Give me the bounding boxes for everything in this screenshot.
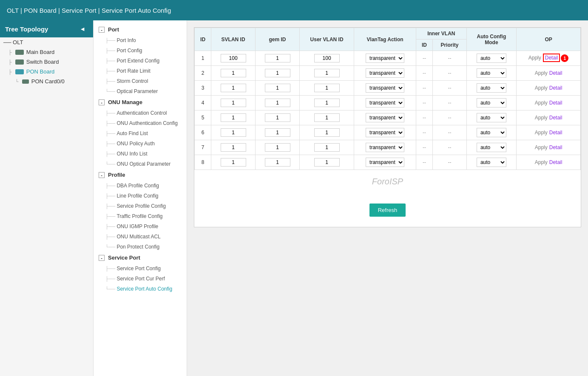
tree-item-switch-board[interactable]: ├ Switch Board <box>0 57 93 67</box>
tree-item-pon-board[interactable]: ├ PON Board <box>0 67 93 76</box>
select-vlantag-1[interactable]: transparenttranslateadddelete <box>366 54 404 63</box>
cell-mode-3[interactable]: automanual <box>466 81 516 96</box>
profile-section-toggle[interactable]: - <box>99 172 105 178</box>
cell-mode-5[interactable]: automanual <box>466 110 516 125</box>
input-gem-6[interactable] <box>265 128 290 137</box>
cell-svlan-3[interactable] <box>211 81 256 96</box>
input-svlan-5[interactable] <box>221 113 246 122</box>
apply-link-6[interactable]: Apply <box>535 130 548 136</box>
input-gem-7[interactable] <box>265 143 290 152</box>
input-uservlan-6[interactable] <box>314 128 340 137</box>
detail-link-3[interactable]: Detail <box>549 85 562 91</box>
detail-link-2[interactable]: Detail <box>549 70 562 76</box>
input-svlan-6[interactable] <box>221 128 246 137</box>
apply-link-4[interactable]: Apply <box>535 100 548 106</box>
nav-item-line-profile[interactable]: Line Profile Config <box>94 191 187 201</box>
nav-item-pon-protect[interactable]: Pon Protect Config <box>94 242 187 252</box>
cell-vlantag-3[interactable]: transparenttranslateadddelete <box>354 81 416 96</box>
input-uservlan-1[interactable] <box>314 54 340 62</box>
cell-svlan-7[interactable] <box>211 140 256 155</box>
input-uservlan-2[interactable] <box>314 69 340 77</box>
nav-item-onu-igmp-profile[interactable]: ONU IGMP Profile <box>94 221 187 232</box>
onu-section-toggle[interactable]: - <box>99 99 105 105</box>
cell-uservlan-7[interactable] <box>299 140 354 155</box>
select-mode-4[interactable]: automanual <box>477 98 506 107</box>
cell-uservlan-2[interactable] <box>299 66 354 81</box>
select-mode-8[interactable]: automanual <box>477 158 506 167</box>
select-mode-7[interactable]: automanual <box>477 143 506 152</box>
port-section-toggle[interactable]: - <box>99 27 105 33</box>
cell-gem-1[interactable] <box>256 51 300 66</box>
apply-link-5[interactable]: Apply <box>535 115 548 121</box>
input-uservlan-7[interactable] <box>314 143 340 152</box>
cell-vlantag-1[interactable]: transparenttranslateadddelete <box>354 51 416 66</box>
cell-svlan-8[interactable] <box>211 155 256 170</box>
cell-gem-5[interactable] <box>256 110 300 125</box>
select-mode-1[interactable]: automanual <box>477 54 506 63</box>
input-svlan-1[interactable] <box>221 54 246 62</box>
nav-item-storm-control[interactable]: Storm Control <box>94 76 187 86</box>
select-vlantag-7[interactable]: transparenttranslateadddelete <box>366 143 404 152</box>
apply-link-2[interactable]: Apply <box>535 70 548 76</box>
input-svlan-4[interactable] <box>221 99 246 107</box>
nav-item-port-info[interactable]: Port Info <box>94 35 187 45</box>
input-gem-3[interactable] <box>265 84 290 92</box>
input-svlan-8[interactable] <box>221 158 246 167</box>
input-uservlan-3[interactable] <box>314 84 340 92</box>
select-vlantag-6[interactable]: transparenttranslateadddelete <box>366 128 404 137</box>
nav-item-onu-policy-auth[interactable]: ONU Policy Auth <box>94 139 187 149</box>
nav-item-port-rate-limit[interactable]: Port Rate Limit <box>94 66 187 76</box>
nav-item-onu-auth-config[interactable]: ONU Authentication Config <box>94 118 187 128</box>
cell-svlan-2[interactable] <box>211 66 256 81</box>
tree-item-pon-card[interactable]: └ PON Card0/0 <box>0 76 93 86</box>
select-vlantag-3[interactable]: transparenttranslateadddelete <box>366 83 404 93</box>
select-mode-6[interactable]: automanual <box>477 128 506 137</box>
cell-svlan-1[interactable] <box>211 51 256 66</box>
apply-link-8[interactable]: Apply <box>535 159 548 165</box>
detail-link-8[interactable]: Detail <box>549 159 562 165</box>
apply-link-1[interactable]: Apply <box>528 55 541 61</box>
input-gem-1[interactable] <box>265 54 290 62</box>
select-vlantag-2[interactable]: transparenttranslateadddelete <box>366 68 404 78</box>
input-gem-4[interactable] <box>265 99 290 107</box>
cell-gem-8[interactable] <box>256 155 300 170</box>
apply-link-7[interactable]: Apply <box>535 144 548 150</box>
input-svlan-2[interactable] <box>221 69 246 77</box>
nav-item-service-port-auto-config[interactable]: Service Port Auto Config <box>94 284 187 294</box>
cell-mode-8[interactable]: automanual <box>466 155 516 170</box>
cell-uservlan-5[interactable] <box>299 110 354 125</box>
cell-uservlan-1[interactable] <box>299 51 354 66</box>
nav-item-port-extend-config[interactable]: Port Extend Config <box>94 56 187 66</box>
cell-vlantag-6[interactable]: transparenttranslateadddelete <box>354 125 416 140</box>
detail-link-4[interactable]: Detail <box>549 100 562 106</box>
cell-mode-6[interactable]: automanual <box>466 125 516 140</box>
apply-link-3[interactable]: Apply <box>535 85 548 91</box>
select-mode-2[interactable]: automanual <box>477 68 506 78</box>
sidebar-collapse-button[interactable]: ◄ <box>77 25 88 33</box>
cell-uservlan-6[interactable] <box>299 125 354 140</box>
nav-item-service-port-cur-perf[interactable]: Service Port Cur Perf <box>94 274 187 284</box>
cell-svlan-5[interactable] <box>211 110 256 125</box>
cell-gem-7[interactable] <box>256 140 300 155</box>
nav-item-onu-info-list[interactable]: ONU Info List <box>94 149 187 159</box>
cell-mode-2[interactable]: automanual <box>466 66 516 81</box>
nav-item-onu-optical-param[interactable]: ONU Optical Parameter <box>94 159 187 169</box>
nav-item-traffic-profile[interactable]: Traffic Profile Config <box>94 211 187 221</box>
select-mode-3[interactable]: automanual <box>477 83 506 93</box>
cell-vlantag-4[interactable]: transparenttranslateadddelete <box>354 96 416 110</box>
select-mode-5[interactable]: automanual <box>477 113 506 122</box>
input-gem-5[interactable] <box>265 113 290 122</box>
tree-item-main-board[interactable]: ├ Main Board <box>0 47 93 57</box>
tree-item-olt[interactable]: ── OLT <box>0 37 93 47</box>
input-svlan-7[interactable] <box>221 143 246 152</box>
refresh-button[interactable]: Refresh <box>369 204 406 217</box>
cell-mode-7[interactable]: automanual <box>466 140 516 155</box>
nav-item-port-config[interactable]: Port Config <box>94 45 187 56</box>
detail-link-1[interactable]: Detail <box>543 54 560 62</box>
detail-link-5[interactable]: Detail <box>549 115 562 121</box>
input-svlan-3[interactable] <box>221 84 246 92</box>
cell-uservlan-8[interactable] <box>299 155 354 170</box>
cell-gem-4[interactable] <box>256 96 300 110</box>
cell-vlantag-8[interactable]: transparenttranslateadddelete <box>354 155 416 170</box>
cell-mode-1[interactable]: automanual <box>466 51 516 66</box>
